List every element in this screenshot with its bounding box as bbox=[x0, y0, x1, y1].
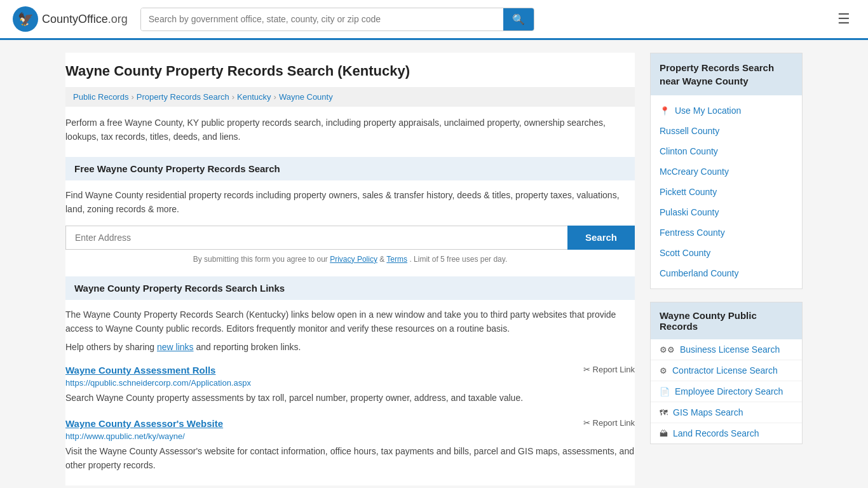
header: 🦅 CountyOffice.org 🔍 ☰ bbox=[0, 0, 868, 40]
links-section: Wayne County Property Records Search Lin… bbox=[65, 276, 635, 473]
gear-icon-1: ⚙ bbox=[660, 366, 667, 376]
nearby-county-4[interactable]: Pulaski County bbox=[651, 202, 802, 222]
nearby-county-link-1[interactable]: Clinton County bbox=[660, 146, 718, 156]
record-desc-1: Visit the Wayne County Assessor's websit… bbox=[65, 444, 635, 473]
nearby-county-0[interactable]: Russell County bbox=[651, 121, 802, 141]
public-record-link-0[interactable]: Business License Search bbox=[680, 344, 780, 355]
address-search-row: Search bbox=[65, 226, 635, 250]
nearby-county-link-7[interactable]: Cumberland County bbox=[660, 268, 739, 278]
public-record-item-2[interactable]: 📄 Employee Directory Search bbox=[651, 381, 802, 402]
report-link-button-0[interactable]: ✂ Report Link bbox=[583, 365, 635, 374]
address-input[interactable] bbox=[65, 226, 567, 250]
record-url-0: https://qpublic.schneidercorp.com/Applic… bbox=[65, 378, 635, 388]
record-title-1[interactable]: Wayne County Assessor's Website bbox=[65, 418, 223, 429]
record-block-1: Wayne County Assessor's Website ✂ Report… bbox=[65, 418, 635, 473]
svg-text:🦅: 🦅 bbox=[18, 11, 34, 27]
nearby-county-link-2[interactable]: McCreary County bbox=[660, 166, 729, 177]
public-record-item-1[interactable]: ⚙ Contractor License Search bbox=[651, 360, 802, 381]
public-record-link-1[interactable]: Contractor License Search bbox=[672, 365, 778, 376]
nearby-county-link-3[interactable]: Pickett County bbox=[660, 187, 717, 197]
breadcrumb: Public Records › Property Records Search… bbox=[65, 87, 635, 107]
record-block-0: Wayne County Assessment Rolls ✂ Report L… bbox=[65, 365, 635, 405]
gear-icon-0: ⚙⚙ bbox=[660, 345, 675, 355]
new-links-link[interactable]: new links bbox=[157, 342, 194, 352]
breadcrumb-public-records[interactable]: Public Records bbox=[73, 92, 128, 102]
public-record-link-2[interactable]: Employee Directory Search bbox=[675, 386, 783, 396]
address-search-button[interactable]: Search bbox=[567, 226, 635, 250]
logo-text: CountyOffice.org bbox=[42, 13, 128, 26]
nearby-county-1[interactable]: Clinton County bbox=[651, 141, 802, 161]
public-record-item-4[interactable]: 🏔 Land Records Search bbox=[651, 423, 802, 444]
public-record-item-0[interactable]: ⚙⚙ Business License Search bbox=[651, 339, 802, 360]
free-search-header: Free Wayne County Property Records Searc… bbox=[65, 157, 635, 180]
use-location-item[interactable]: 📍 Use My Location bbox=[651, 100, 802, 121]
page-title: Wayne County Property Records Search (Ke… bbox=[65, 53, 635, 87]
links-section-header: Wayne County Property Records Search Lin… bbox=[65, 276, 635, 300]
page-content: Wayne County Property Records Search (Ke… bbox=[53, 40, 815, 488]
report-icon-0: ✂ bbox=[583, 365, 590, 374]
report-icon-1: ✂ bbox=[583, 418, 590, 428]
logo-icon: 🦅 bbox=[13, 6, 38, 32]
map-icon: 🗺 bbox=[660, 408, 668, 417]
global-search-bar: 🔍 bbox=[140, 8, 534, 31]
breadcrumb-wayne-county[interactable]: Wayne County bbox=[279, 92, 333, 102]
links-desc: The Wayne County Property Records Search… bbox=[65, 308, 635, 336]
free-search-desc: Find Wayne County residential property r… bbox=[65, 188, 635, 217]
report-link-button-1[interactable]: ✂ Report Link bbox=[583, 418, 635, 428]
page-description: Perform a free Wayne County, KY public p… bbox=[65, 116, 635, 144]
nearby-county-link-6[interactable]: Scott County bbox=[660, 248, 710, 258]
terms-link[interactable]: Terms bbox=[386, 255, 407, 264]
public-record-link-4[interactable]: Land Records Search bbox=[673, 428, 759, 438]
global-search-input[interactable] bbox=[141, 8, 503, 30]
hamburger-menu-button[interactable]: ☰ bbox=[832, 8, 855, 30]
nearby-box: Property Records Search near Wayne Count… bbox=[650, 53, 803, 289]
public-record-item-3[interactable]: 🗺 GIS Maps Search bbox=[651, 402, 802, 423]
record-url-1: http://www.qpublic.net/ky/wayne/ bbox=[65, 431, 635, 441]
share-text: Help others by sharing new links and rep… bbox=[65, 342, 635, 352]
nearby-county-7[interactable]: Cumberland County bbox=[651, 263, 802, 283]
main-column: Wayne County Property Records Search (Ke… bbox=[65, 53, 635, 485]
nearby-county-6[interactable]: Scott County bbox=[651, 243, 802, 263]
logo[interactable]: 🦅 CountyOffice.org bbox=[13, 6, 128, 32]
nearby-county-link-5[interactable]: Fentress County bbox=[660, 227, 725, 238]
use-location-link[interactable]: Use My Location bbox=[675, 105, 741, 116]
doc-icon: 📄 bbox=[660, 387, 670, 396]
global-search-button[interactable]: 🔍 bbox=[503, 8, 534, 30]
record-desc-0: Search Wayne County property assessments… bbox=[65, 391, 635, 405]
nearby-county-link-0[interactable]: Russell County bbox=[660, 126, 719, 136]
nearby-county-3[interactable]: Pickett County bbox=[651, 182, 802, 202]
public-records-box-header: Wayne County Public Records bbox=[651, 302, 802, 339]
nearby-box-body: 📍 Use My Location Russell County Clinton… bbox=[651, 95, 802, 288]
location-pin-icon: 📍 bbox=[660, 106, 670, 116]
form-terms: By submitting this form you agree to our… bbox=[65, 255, 635, 264]
public-records-box: Wayne County Public Records ⚙⚙ Business … bbox=[650, 302, 803, 444]
nearby-county-link-4[interactable]: Pulaski County bbox=[660, 207, 719, 217]
land-icon: 🏔 bbox=[660, 429, 668, 438]
nearby-box-header: Property Records Search near Wayne Count… bbox=[651, 53, 802, 95]
breadcrumb-property-records-search[interactable]: Property Records Search bbox=[137, 92, 229, 102]
record-title-0[interactable]: Wayne County Assessment Rolls bbox=[65, 365, 215, 376]
privacy-policy-link[interactable]: Privacy Policy bbox=[330, 255, 377, 264]
breadcrumb-kentucky[interactable]: Kentucky bbox=[237, 92, 271, 102]
nearby-county-2[interactable]: McCreary County bbox=[651, 161, 802, 182]
nearby-county-5[interactable]: Fentress County bbox=[651, 222, 802, 243]
public-record-link-3[interactable]: GIS Maps Search bbox=[673, 407, 743, 417]
sidebar: Property Records Search near Wayne Count… bbox=[650, 53, 803, 485]
